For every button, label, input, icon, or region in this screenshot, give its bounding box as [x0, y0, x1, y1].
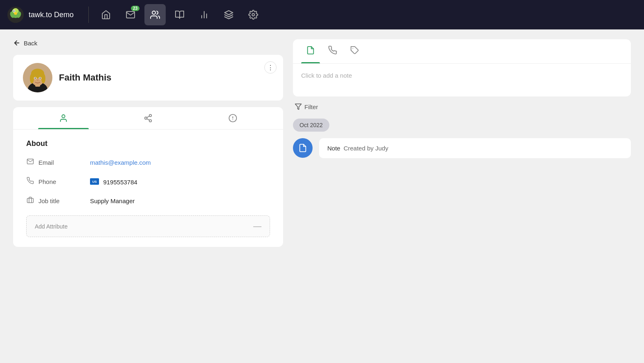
email-value[interactable]: mathis@example.com	[90, 159, 151, 166]
job-label-group: Job title	[26, 196, 83, 206]
brand-name: tawk.to Demo	[29, 11, 74, 19]
add-attribute-button[interactable]: Add Attribute —	[26, 215, 270, 237]
settings-icon	[248, 10, 258, 20]
home-icon	[101, 10, 111, 20]
tab-notes[interactable]	[301, 39, 320, 63]
email-row: Email mathis@example.com	[26, 158, 270, 167]
main-content: Back	[0, 29, 644, 363]
timeline-content-card: Note Created by Judy	[319, 138, 631, 158]
top-navigation: tawk.to Demo 23	[0, 0, 644, 29]
timeline-content-header: Note Created by Judy	[327, 145, 623, 152]
nav-divider	[88, 7, 89, 23]
phone-label-group: Phone	[26, 177, 83, 186]
svg-point-25	[37, 80, 38, 81]
filter-icon	[295, 103, 302, 110]
timeline-date-badge: Oct 2022	[293, 119, 329, 132]
nav-settings-button[interactable]	[243, 4, 264, 25]
back-button[interactable]: Back	[13, 39, 37, 47]
call-tab-icon	[328, 46, 337, 55]
email-label-group: Email	[26, 158, 83, 167]
brand: tawk.to Demo	[7, 6, 74, 24]
messages-badge: 23	[131, 6, 140, 11]
email-icon	[26, 158, 34, 167]
activity-section: Filter Oct 2022	[293, 103, 631, 353]
svg-point-23	[35, 78, 36, 79]
notes-card: Click to add a note	[293, 39, 631, 96]
analytics-icon	[199, 10, 209, 20]
job-label-text: Job title	[38, 197, 60, 204]
messages-icon	[126, 10, 135, 20]
svg-rect-37	[27, 198, 34, 203]
knowledge-icon	[175, 10, 185, 20]
tab-call[interactable]	[323, 39, 342, 63]
svg-line-30	[147, 119, 149, 120]
tab-share[interactable]	[106, 107, 191, 129]
add-attribute-label: Add Attribute	[35, 223, 68, 230]
svg-point-26	[62, 115, 65, 118]
svg-point-5	[14, 12, 17, 15]
phone-number: 9195553784	[103, 179, 137, 186]
nav-home-button[interactable]	[95, 4, 117, 25]
timeline: Oct 2022 Note Created by Judy	[293, 119, 631, 158]
nav-integrations-button[interactable]	[218, 4, 239, 25]
timeline-note-creator: Created by Judy	[344, 145, 388, 152]
svg-point-8	[152, 11, 155, 14]
tag-tab-icon	[350, 46, 359, 55]
nav-messages-button[interactable]: 23	[120, 4, 141, 25]
avatar-image	[23, 63, 52, 92]
about-title: About	[26, 139, 270, 148]
profile-menu-button[interactable]: ⋮	[264, 61, 277, 74]
tab-person[interactable]	[21, 107, 106, 129]
nav-knowledge-button[interactable]	[169, 4, 190, 25]
avatar	[23, 63, 52, 92]
left-column: Back	[13, 39, 283, 353]
timeline-note-icon	[298, 143, 307, 152]
tab-tag[interactable]	[345, 39, 364, 63]
job-title-value: Supply Manager	[90, 197, 135, 204]
svg-point-19	[30, 74, 34, 83]
svg-point-12	[252, 13, 254, 16]
nav-analytics-button[interactable]	[194, 4, 215, 25]
svg-point-20	[41, 74, 45, 83]
svg-point-24	[40, 78, 41, 79]
notes-tabs	[293, 39, 631, 64]
phone-icon	[26, 177, 34, 186]
phone-row: Phone US 9195553784	[26, 177, 270, 186]
notes-body[interactable]: Click to add a note	[293, 64, 631, 96]
tab-info[interactable]	[190, 107, 275, 129]
phone-label-text: Phone	[38, 178, 56, 185]
add-attribute-icon: —	[253, 222, 261, 231]
timeline-avatar	[293, 138, 313, 158]
svg-marker-39	[295, 104, 302, 110]
brand-logo-icon	[7, 6, 25, 24]
email-label-text: Email	[38, 159, 54, 166]
right-column: Click to add a note Filter Oct 2022	[293, 39, 631, 353]
back-section: Back	[13, 39, 283, 47]
profile-name: Faith Mathis	[59, 72, 111, 83]
notes-tab-icon	[306, 46, 315, 55]
integrations-icon	[224, 10, 234, 20]
timeline-item: Note Created by Judy	[293, 138, 631, 158]
phone-flag: US	[90, 178, 99, 185]
back-arrow-icon	[13, 39, 20, 47]
info-tabs	[13, 107, 283, 130]
back-label: Back	[24, 40, 37, 47]
notes-placeholder[interactable]: Click to add a note	[301, 72, 352, 79]
filter-label: Filter	[304, 103, 318, 110]
info-body: About Email mathis@example.com	[13, 130, 283, 247]
info-card: About Email mathis@example.com	[13, 107, 283, 247]
person-tab-icon	[59, 114, 68, 123]
nav-contacts-button[interactable]	[144, 4, 166, 25]
contacts-icon	[150, 10, 160, 20]
profile-card: Faith Mathis ⋮	[13, 55, 283, 101]
job-title-row: Job title Supply Manager	[26, 196, 270, 206]
phone-value: US 9195553784	[90, 178, 137, 186]
svg-line-31	[147, 116, 149, 118]
svg-point-4	[14, 11, 15, 12]
timeline-note-label: Note	[327, 145, 340, 152]
filter-button[interactable]: Filter	[295, 103, 318, 110]
job-icon	[26, 196, 34, 206]
info-tab-icon	[228, 114, 237, 123]
share-tab-icon	[144, 114, 153, 123]
filter-bar: Filter	[293, 103, 631, 110]
